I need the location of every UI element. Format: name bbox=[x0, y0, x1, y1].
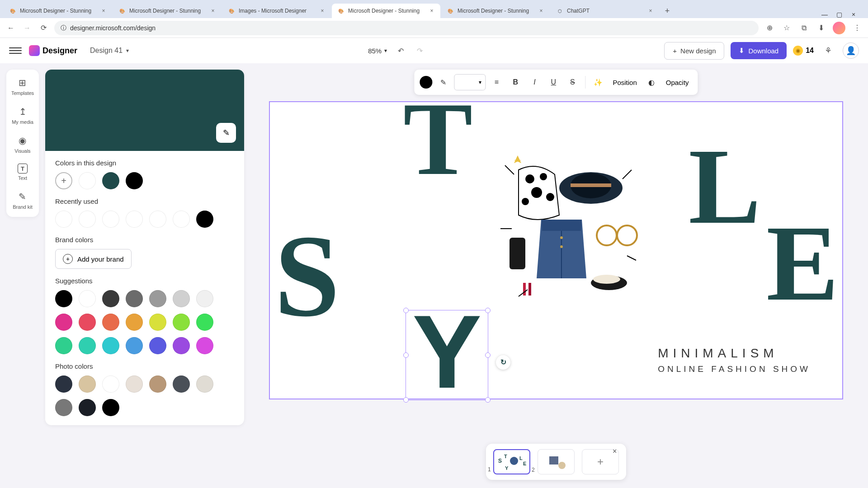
color-swatch[interactable] bbox=[196, 337, 213, 354]
color-swatch[interactable] bbox=[126, 211, 143, 228]
my-media-nav[interactable]: ↥My media bbox=[12, 106, 33, 125]
close-thumbnails-icon[interactable]: × bbox=[613, 447, 623, 457]
color-swatch[interactable] bbox=[126, 172, 143, 189]
templates-nav[interactable]: ⊞Templates bbox=[11, 77, 34, 96]
close-icon[interactable]: × bbox=[647, 8, 654, 14]
account-icon[interactable]: 👤 bbox=[843, 42, 859, 59]
opacity-icon[interactable]: ◐ bbox=[643, 74, 660, 90]
new-design-button[interactable]: + New design bbox=[664, 42, 724, 60]
letter-s[interactable]: S bbox=[274, 229, 340, 323]
color-swatch[interactable] bbox=[173, 337, 190, 354]
resize-handle[interactable] bbox=[485, 397, 491, 403]
redo-icon[interactable]: ↷ bbox=[414, 45, 425, 56]
color-swatch[interactable] bbox=[102, 172, 119, 189]
strikethrough-icon[interactable]: S bbox=[564, 74, 580, 90]
letter-t[interactable]: T bbox=[403, 98, 472, 181]
browser-tab[interactable]: 🎨Microsoft Designer - Stunning× bbox=[441, 4, 550, 18]
resize-handle[interactable] bbox=[403, 352, 409, 358]
design-name-dropdown[interactable]: Design 41 ▾ bbox=[90, 47, 129, 55]
color-swatch[interactable] bbox=[55, 337, 72, 354]
close-icon[interactable]: × bbox=[538, 8, 544, 14]
app-logo[interactable]: Designer bbox=[29, 45, 77, 56]
color-swatch[interactable] bbox=[196, 375, 213, 393]
browser-tab[interactable]: ⬡ChatGPT× bbox=[551, 4, 659, 18]
reload-icon[interactable]: ⟳ bbox=[38, 23, 49, 33]
color-swatch[interactable] bbox=[126, 314, 143, 331]
brand-kit-nav[interactable]: ✎Brand kit bbox=[13, 191, 32, 210]
color-swatch[interactable] bbox=[102, 337, 119, 354]
site-info-icon[interactable]: ⓘ bbox=[61, 24, 66, 32]
downloads-icon[interactable]: ⬇ bbox=[816, 23, 826, 33]
hamburger-icon[interactable] bbox=[9, 44, 22, 57]
url-input[interactable]: ⓘ designer.microsoft.com/design bbox=[54, 21, 759, 35]
add-brand-button[interactable]: + Add your brand bbox=[55, 249, 132, 269]
maximize-icon[interactable]: ▢ bbox=[835, 11, 843, 18]
color-swatch[interactable] bbox=[55, 211, 72, 228]
position-button[interactable]: Position bbox=[609, 79, 640, 86]
color-swatch[interactable] bbox=[102, 314, 119, 331]
color-swatch[interactable] bbox=[173, 314, 190, 331]
minimalism-text[interactable]: MINIMALISM ONLINE FASHION SHOW bbox=[658, 346, 811, 374]
color-swatch[interactable] bbox=[149, 211, 166, 228]
color-swatch[interactable] bbox=[55, 375, 72, 393]
letter-e[interactable]: E bbox=[766, 220, 839, 306]
bold-icon[interactable]: B bbox=[507, 74, 524, 90]
browser-tab[interactable]: 🎨Microsoft Designer - Stunning× bbox=[113, 4, 222, 18]
color-swatch[interactable] bbox=[79, 337, 96, 354]
letter-l[interactable]: L bbox=[689, 143, 761, 230]
color-swatch[interactable] bbox=[196, 314, 213, 331]
color-swatch[interactable] bbox=[149, 314, 166, 331]
page-thumbnail-2[interactable]: 2 bbox=[538, 449, 575, 474]
back-icon[interactable]: ← bbox=[5, 23, 16, 33]
color-swatch[interactable] bbox=[79, 290, 96, 307]
color-swatch[interactable] bbox=[79, 211, 96, 228]
bookmark-icon[interactable]: ☆ bbox=[781, 23, 792, 33]
text-nav[interactable]: TText bbox=[18, 164, 28, 181]
close-icon[interactable]: × bbox=[429, 8, 435, 14]
menu-icon[interactable]: ⋮ bbox=[852, 23, 863, 33]
color-swatch[interactable] bbox=[149, 290, 166, 307]
add-color-button[interactable]: + bbox=[55, 172, 72, 189]
browser-tab-active[interactable]: 🎨Microsoft Designer - Stunning× bbox=[332, 4, 440, 18]
close-window-icon[interactable]: × bbox=[850, 11, 857, 18]
opacity-button[interactable]: Opacity bbox=[662, 79, 693, 86]
canvas-frame[interactable]: S T Y ↻ L E bbox=[269, 101, 843, 399]
color-swatch[interactable] bbox=[102, 211, 119, 228]
fashion-collage-image[interactable] bbox=[491, 152, 645, 305]
share-icon[interactable]: ⚘ bbox=[820, 42, 836, 59]
color-swatch[interactable] bbox=[126, 375, 143, 393]
browser-tab[interactable]: 🎨Microsoft Designer - Stunning× bbox=[4, 4, 112, 18]
rotate-handle[interactable]: ↻ bbox=[496, 355, 510, 370]
align-icon[interactable]: ≡ bbox=[488, 74, 505, 90]
color-swatch[interactable] bbox=[173, 375, 190, 393]
color-swatch[interactable] bbox=[173, 290, 190, 307]
color-swatch[interactable] bbox=[126, 290, 143, 307]
italic-icon[interactable]: I bbox=[526, 74, 542, 90]
minimize-icon[interactable]: — bbox=[821, 11, 828, 18]
color-swatch[interactable] bbox=[102, 290, 119, 307]
credits-display[interactable]: ◉ 14 bbox=[793, 46, 814, 56]
color-swatch[interactable] bbox=[196, 211, 213, 228]
underline-icon[interactable]: U bbox=[545, 74, 561, 90]
color-swatch[interactable] bbox=[196, 290, 213, 307]
color-swatch[interactable] bbox=[102, 375, 119, 393]
resize-handle[interactable] bbox=[485, 308, 491, 313]
effects-icon[interactable]: ✨ bbox=[590, 74, 606, 90]
new-tab-button[interactable]: + bbox=[660, 4, 675, 18]
close-icon[interactable]: × bbox=[100, 8, 107, 14]
download-button[interactable]: ⬇ Download bbox=[731, 42, 787, 59]
color-swatch[interactable] bbox=[79, 399, 96, 416]
color-swatch[interactable] bbox=[79, 314, 96, 331]
close-icon[interactable]: × bbox=[210, 8, 216, 14]
color-swatch[interactable] bbox=[55, 290, 72, 307]
close-icon[interactable]: × bbox=[319, 8, 326, 14]
extensions-icon[interactable]: ⧉ bbox=[798, 23, 809, 33]
resize-handle[interactable] bbox=[485, 352, 491, 358]
color-swatch[interactable] bbox=[102, 399, 119, 416]
resize-handle[interactable] bbox=[403, 308, 409, 313]
page-thumbnail-1[interactable]: 1 STYLE bbox=[493, 449, 530, 474]
undo-icon[interactable]: ↶ bbox=[395, 45, 406, 56]
browser-tab[interactable]: 🎨Images - Microsoft Designer× bbox=[222, 4, 331, 18]
color-swatch[interactable] bbox=[126, 337, 143, 354]
color-swatch[interactable] bbox=[149, 337, 166, 354]
